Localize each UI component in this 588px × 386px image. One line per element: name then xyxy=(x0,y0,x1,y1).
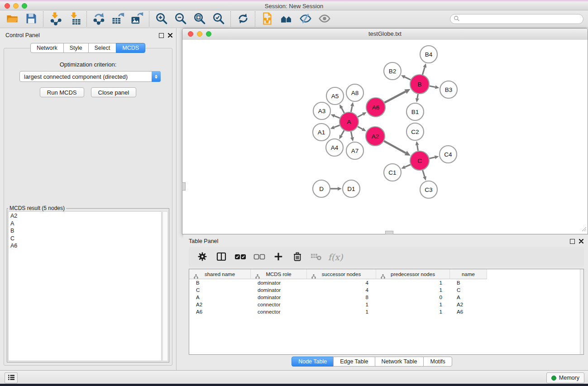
graph-edge-A-A1[interactable] xyxy=(334,125,339,128)
result-scrollbar[interactable] xyxy=(163,211,168,361)
tab-mcds[interactable]: MCDS xyxy=(116,43,145,53)
column-header-shared-name[interactable]: shared name xyxy=(189,269,251,279)
graph-node-label: B4 xyxy=(425,51,433,58)
zoom-fit-button[interactable] xyxy=(190,11,209,27)
tab-node-table[interactable]: Node Table xyxy=(292,357,334,367)
graph-node-label: A xyxy=(347,119,351,125)
graph-edge-A-A5[interactable] xyxy=(341,108,344,113)
graph-edge-B-B3[interactable] xyxy=(430,86,435,87)
float-panel-icon[interactable] xyxy=(570,239,575,244)
save-session-button[interactable] xyxy=(22,11,41,27)
tab-edge-table[interactable]: Edge Table xyxy=(333,357,375,367)
export-image-button[interactable] xyxy=(128,11,147,27)
column-header-mcds-role[interactable]: MCDS role xyxy=(251,269,307,279)
close-panel-icon[interactable] xyxy=(579,238,583,245)
graph-node-label: C1 xyxy=(388,169,396,176)
tab-motifs[interactable]: Motifs xyxy=(423,357,452,367)
new-network-from-selection-button[interactable] xyxy=(258,11,277,27)
cell-successor-nodes: 4 xyxy=(307,280,376,286)
graph-edge-C-C4[interactable] xyxy=(429,157,435,159)
graph-edge-A-A2[interactable] xyxy=(358,127,363,129)
column-header-name[interactable]: name xyxy=(450,269,487,279)
graph-edge-arrowhead xyxy=(423,63,426,68)
criterion-dropdown[interactable]: largest connected component (directed) xyxy=(19,71,161,82)
delete-table-button[interactable] xyxy=(310,251,323,263)
import-table-button[interactable] xyxy=(65,11,84,27)
table-row[interactable]: A6connector11A6 xyxy=(189,308,583,315)
function-builder-button[interactable]: f(x) xyxy=(329,251,342,263)
delete-column-button[interactable] xyxy=(291,251,304,263)
table-row[interactable]: Bdominator41B xyxy=(189,279,583,286)
close-panel-button[interactable]: Close panel xyxy=(91,87,137,97)
select-all-button[interactable] xyxy=(234,251,247,263)
import-network-button[interactable] xyxy=(46,11,65,27)
hide-selected-button[interactable] xyxy=(296,11,315,27)
column-header-label: MCDS role xyxy=(266,272,291,277)
mcds-result-title: MCDS result (5 nodes) xyxy=(8,205,66,211)
search-input[interactable] xyxy=(460,15,580,23)
graph-edge-B-B2[interactable] xyxy=(405,77,411,80)
application-window: Session: New Session Control Panel xyxy=(0,0,588,386)
graph-edge-A-A6[interactable] xyxy=(358,114,363,117)
run-mcds-button[interactable]: Run MCDS xyxy=(40,87,84,97)
graph-edge-C-C3[interactable] xyxy=(423,170,425,176)
export-network-button[interactable] xyxy=(90,11,109,27)
resize-grip-icon[interactable] xyxy=(580,225,587,233)
tab-style[interactable]: Style xyxy=(63,43,89,53)
mcds-result-list[interactable]: A2ABCA6 xyxy=(8,211,162,361)
graph-edge-A-A3[interactable] xyxy=(335,116,340,118)
table-row[interactable]: Cdominator41C xyxy=(189,286,583,294)
column-header-predecessor-nodes[interactable]: predecessor nodes xyxy=(376,269,450,279)
table-row[interactable]: Adominator80A xyxy=(189,294,583,301)
table-row[interactable]: A2connector11A2 xyxy=(189,301,583,308)
splitter-grabber[interactable] xyxy=(385,231,393,234)
graph-edge-A-A4[interactable] xyxy=(341,130,344,136)
hierarchy-icon xyxy=(311,274,316,279)
toolbar-separator xyxy=(86,11,87,27)
apply-layout-button[interactable] xyxy=(234,11,253,27)
open-file-button[interactable] xyxy=(3,11,22,27)
graph-node-label: D xyxy=(319,186,324,192)
show-all-button[interactable] xyxy=(315,11,334,27)
graph-edge-B-B4[interactable] xyxy=(422,67,425,75)
zoom-out-button[interactable] xyxy=(171,11,190,27)
graph-edge-arrowhead xyxy=(416,98,419,103)
export-table-button[interactable] xyxy=(109,11,128,27)
network-view-window: testGlobe.txt B4B2BB3A8A5A6B1A3AA1C2A2A4… xyxy=(182,28,588,234)
first-neighbors-button[interactable] xyxy=(277,11,296,27)
tab-network-table[interactable]: Network Table xyxy=(375,357,424,367)
graph-edge-C-C1[interactable] xyxy=(405,165,411,167)
graph-node-label: B3 xyxy=(445,86,453,93)
table-scrollbar[interactable] xyxy=(580,269,583,354)
close-panel-icon[interactable] xyxy=(168,32,172,39)
network-canvas[interactable]: B4B2BB3A8A5A6B1A3AA1C2A2A4A7C4CC1C3DD1 xyxy=(182,40,588,234)
tab-select[interactable]: Select xyxy=(88,43,117,53)
network-window-titlebar[interactable]: testGlobe.txt xyxy=(182,29,588,40)
tab-network[interactable]: Network xyxy=(30,43,64,53)
toggle-panel-view-button[interactable] xyxy=(215,251,228,263)
deselect-all-button[interactable] xyxy=(253,251,266,263)
graph-edge-A2-C[interactable] xyxy=(384,141,406,153)
splitter-grabber[interactable] xyxy=(182,182,186,191)
graph-edge-A-A8[interactable] xyxy=(351,106,352,112)
float-panel-icon[interactable] xyxy=(159,33,164,38)
hierarchy-icon xyxy=(255,274,260,279)
column-header-label: successor nodes xyxy=(322,272,361,277)
graph-edge-B-B1[interactable] xyxy=(417,94,418,99)
search-field[interactable] xyxy=(450,14,583,24)
cell-successor-nodes: 1 xyxy=(307,309,376,315)
zoom-selected-button[interactable] xyxy=(209,11,228,27)
zoom-in-button[interactable] xyxy=(152,11,171,27)
task-history-button[interactable] xyxy=(5,372,18,383)
cell-predecessor-nodes: 1 xyxy=(376,287,450,293)
export-table-icon xyxy=(111,12,125,27)
graph-edge-C-C2[interactable] xyxy=(417,145,418,151)
save-floppy-icon xyxy=(25,12,38,26)
graph-edge-A-A7[interactable] xyxy=(351,132,352,138)
cell-predecessor-nodes: 1 xyxy=(376,280,450,286)
memory-button[interactable]: Memory xyxy=(546,372,584,383)
graph-edge-A6-B[interactable] xyxy=(384,91,406,102)
create-column-button[interactable] xyxy=(272,251,285,263)
table-settings-button[interactable] xyxy=(196,251,209,263)
column-header-successor-nodes[interactable]: successor nodes xyxy=(307,269,376,279)
